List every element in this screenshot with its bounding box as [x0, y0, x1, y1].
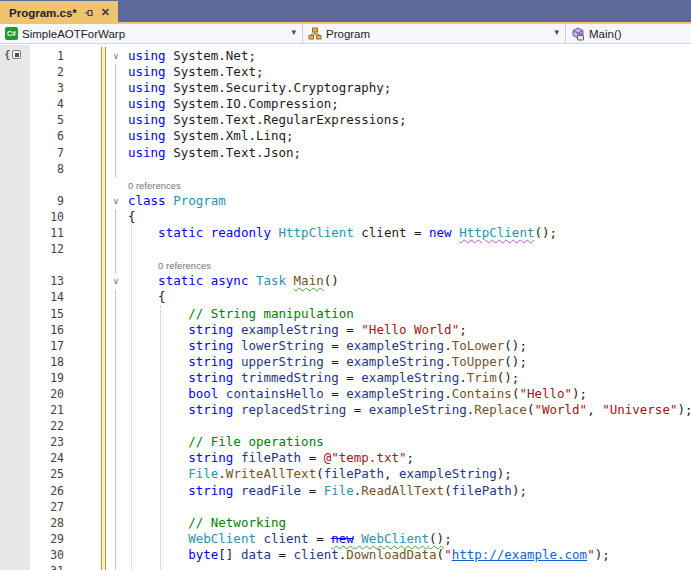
token-str: @"temp.txt" [324, 450, 407, 465]
code-text[interactable]: string trimmedString = exampleString.Tri… [128, 370, 519, 386]
code-line-row: 29 WebClient client = new WebClient(); [0, 531, 691, 547]
fold-collapse-icon[interactable]: ∨ [108, 193, 124, 209]
navigation-bar: C# SimpleAOTForWarp ▾ Program ▾ [0, 24, 691, 44]
token-pl [128, 306, 188, 321]
code-text[interactable]: using System.Text.Json; [128, 145, 301, 161]
token-kw: bool [188, 386, 226, 401]
token-kw: string [188, 354, 241, 369]
code-line-row: 10{ [0, 209, 691, 225]
token-pl [128, 273, 158, 288]
code-text[interactable]: using System.Security.Cryptography; [128, 80, 391, 96]
token-pl: ; [407, 450, 415, 465]
token-pl: ); [497, 466, 512, 481]
line-number: 5 [0, 112, 64, 128]
code-text[interactable]: using System.Text; [128, 64, 263, 80]
code-text[interactable]: using System.Net; [128, 48, 256, 64]
code-line-row: 23 // File operations [0, 434, 691, 450]
code-text[interactable]: // Networking [128, 515, 286, 531]
codelens-text[interactable]: 0 references [128, 177, 181, 194]
line-number: 21 [0, 402, 64, 418]
code-text[interactable]: { [128, 209, 136, 225]
token-pl [128, 338, 188, 353]
code-line-row: 30 byte[] data = client.DownloadData("ht… [0, 547, 691, 563]
line-number: 30 [0, 547, 64, 563]
token-ty: Program [173, 193, 226, 208]
type-dropdown[interactable]: Program ▾ [303, 24, 566, 43]
token-pl: System.IO.Compression; [173, 96, 339, 111]
code-text[interactable]: byte[] data = client.DownloadData("http:… [128, 547, 610, 563]
token-pl [286, 273, 294, 288]
close-icon[interactable]: ✕ [101, 7, 110, 18]
code-line-row: 31 [0, 563, 691, 570]
vs-editor-window: Program.cs* ✕ C# SimpleAOTForWarp ▾ [0, 0, 691, 570]
member-dropdown[interactable]: Main() [566, 24, 691, 43]
code-text[interactable]: static readonly HttpClient client = new … [128, 225, 557, 241]
token-pl: . [444, 386, 452, 401]
token-pl: ; [444, 531, 452, 546]
token-pl [128, 354, 188, 369]
fold-collapse-icon[interactable]: ∨ [108, 48, 124, 64]
code-line-row: 21 string replacedString = exampleString… [0, 402, 691, 418]
token-me: ReadAllText [361, 483, 444, 498]
code-text[interactable]: static async Task Main() [128, 273, 339, 289]
code-text[interactable]: string lowerString = exampleString.ToLow… [128, 338, 527, 354]
code-text[interactable]: WebClient client = new WebClient(); [128, 531, 452, 547]
code-text[interactable]: string filePath = @"temp.txt"; [128, 450, 414, 466]
code-text[interactable]: class Program [128, 193, 226, 209]
tab-program-cs[interactable]: Program.cs* ✕ [0, 1, 118, 24]
code-text[interactable]: string replacedString = exampleString.Re… [128, 402, 691, 418]
code-text[interactable]: // File operations [128, 434, 324, 450]
project-dropdown[interactable]: C# SimpleAOTForWarp ▾ [0, 24, 303, 43]
token-var: filePath [452, 483, 512, 498]
token-pl: System.Xml.Linq; [173, 128, 293, 143]
token-pl: = [324, 386, 347, 401]
token-kw: string [188, 450, 241, 465]
codelens-text[interactable]: 0 references [128, 257, 211, 274]
token-kw: using [128, 128, 173, 143]
token-pl: . [444, 338, 452, 353]
code-line-row: 22 [0, 418, 691, 434]
code-text[interactable]: string exampleString = "Hello World"; [128, 322, 467, 338]
code-text[interactable]: using System.Text.RegularExpressions; [128, 112, 406, 128]
code-text[interactable]: string upperString = exampleString.ToUpp… [128, 354, 527, 370]
token-pl: [] [218, 547, 241, 562]
code-text[interactable]: bool containsHello = exampleString.Conta… [128, 386, 587, 402]
code-line-row: 28 // Networking [0, 515, 691, 531]
code-line-row: 15 // String manipulation [0, 306, 691, 322]
line-number: 4 [0, 96, 64, 112]
code-line-row: 18 string upperString = exampleString.To… [0, 354, 691, 370]
line-number: 12 [0, 241, 64, 257]
code-line-row: 17 string lowerString = exampleString.To… [0, 338, 691, 354]
token-var: client [294, 547, 339, 562]
token-pl: ); [572, 386, 587, 401]
token-var: filePath [324, 466, 384, 481]
token-me: DownloadData [346, 547, 436, 562]
line-number: 7 [0, 145, 64, 161]
pin-icon[interactable] [84, 8, 94, 18]
token-ty: WebClient [188, 531, 256, 546]
code-text[interactable]: using System.Xml.Linq; [128, 128, 294, 144]
token-pl [128, 531, 188, 546]
token-str: http://example.com [452, 547, 587, 562]
token-pl: () [429, 531, 444, 546]
token-str: " [444, 547, 452, 562]
fold-collapse-icon[interactable]: ∨ [108, 273, 124, 289]
chevron-down-icon: ▾ [291, 27, 296, 37]
code-line-row: 7using System.Text.Json; [0, 145, 691, 161]
token-pl [128, 450, 188, 465]
token-pl: = [339, 322, 362, 337]
token-kw: string [188, 402, 241, 417]
member-dropdown-label: Main() [589, 28, 622, 40]
token-me: Main [294, 273, 324, 288]
token-pl: , [384, 466, 399, 481]
token-pl: () [324, 273, 339, 288]
token-pl: . [218, 466, 226, 481]
code-text[interactable]: File.WriteAllText(filePath, exampleStrin… [128, 466, 512, 482]
token-ty: HttpClient [459, 225, 534, 240]
code-text[interactable]: using System.IO.Compression; [128, 96, 339, 112]
code-text[interactable]: { [128, 289, 166, 305]
code-text[interactable]: string readFile = File.ReadAllText(fileP… [128, 483, 527, 499]
code-editor[interactable]: { 1∨using System.Net;2using System.Text;… [0, 45, 691, 570]
line-number: 17 [0, 338, 64, 354]
code-text[interactable]: // String manipulation [128, 306, 354, 322]
